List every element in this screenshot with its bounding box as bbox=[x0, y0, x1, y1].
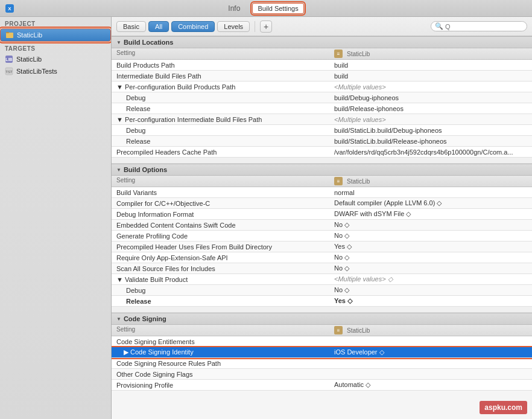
code-signing-header: ▼ Code Signing bbox=[112, 313, 532, 325]
col-value-header: ≡ StaticLib bbox=[334, 50, 527, 58]
col-setting-header: Setting bbox=[116, 50, 334, 58]
setting-name: Release bbox=[126, 105, 334, 112]
table-row: Debug Information Format DWARF with dSYM… bbox=[112, 209, 532, 220]
col-value-header-bo: ≡ StaticLib bbox=[334, 177, 527, 185]
setting-name: Precompiled Header Uses Files From Build… bbox=[116, 243, 334, 251]
setting-name: Debug Information Format bbox=[116, 211, 334, 218]
search-input[interactable] bbox=[445, 23, 523, 30]
setting-name: Precompiled Headers Cache Path bbox=[116, 149, 334, 156]
top-bar-title: Info Build Settings bbox=[228, 3, 303, 14]
collapse-triangle[interactable]: ▼ bbox=[116, 40, 121, 45]
search-box[interactable]: 🔍 bbox=[431, 21, 527, 31]
build-settings-button[interactable]: Build Settings bbox=[252, 3, 303, 14]
build-locations-col-header: Setting ≡ StaticLib bbox=[112, 48, 532, 60]
levels-button[interactable]: Levels bbox=[217, 21, 250, 32]
table-row: Embedded Content Contains Swift Code No … bbox=[112, 220, 532, 231]
staticlib-icon-bl: ≡ bbox=[334, 50, 343, 58]
test-target-icon: TST bbox=[5, 67, 13, 75]
code-signing-identity-row[interactable]: ▶ Code Signing Identity iOS Developer ◇ bbox=[112, 347, 532, 358]
setting-name: Intermediate Build Files Path bbox=[116, 72, 334, 80]
table-row: Scan All Source Files for Includes No ◇ bbox=[112, 263, 532, 274]
table-row: Debug build/StaticLib.build/Debug-iphone… bbox=[112, 125, 532, 136]
table-row: Precompiled Header Uses Files From Build… bbox=[112, 241, 532, 252]
table-row: Debug build/Debug-iphoneos bbox=[112, 92, 532, 103]
toolbar-separator bbox=[255, 21, 255, 32]
setting-name: Build Variants bbox=[116, 189, 334, 196]
code-signing-col-header: Setting ≡ StaticLib bbox=[112, 325, 532, 336]
setting-value: DWARF with dSYM File ◇ bbox=[334, 210, 527, 218]
setting-name: Debug bbox=[126, 127, 334, 134]
setting-name: Compiler for C/C++/Objective-C bbox=[116, 200, 334, 207]
collapse-triangle-bo[interactable]: ▼ bbox=[116, 167, 121, 173]
staticlib-label-bo: StaticLib bbox=[347, 178, 370, 185]
setting-value: build/StaticLib.build/Release-iphoneos bbox=[334, 138, 527, 145]
xcode-icon: X bbox=[5, 4, 14, 13]
setting-name: Code Signing Resource Rules Path bbox=[116, 360, 334, 367]
setting-name: Build Products Path bbox=[116, 62, 334, 69]
staticlib-label-cs: StaticLib bbox=[347, 327, 370, 334]
add-icon: + bbox=[264, 22, 268, 31]
setting-value: No ◇ bbox=[334, 232, 527, 240]
top-bar: X Info Build Settings bbox=[0, 0, 532, 17]
lib-target-icon: LIB bbox=[5, 55, 13, 63]
table-row: Build Variants normal bbox=[112, 187, 532, 198]
setting-value: /var/folders/rd/qq5crb3n4j592cdqrs4b6p10… bbox=[334, 149, 527, 156]
table-row: Generate Profiling Code No ◇ bbox=[112, 231, 532, 241]
table-row: Provisioning Profile Automatic ◇ bbox=[112, 380, 532, 391]
table-row: Intermediate Build Files Path build bbox=[112, 71, 532, 82]
collapse-triangle-cs[interactable]: ▼ bbox=[116, 316, 121, 322]
setting-value: <Multiple values> bbox=[334, 116, 527, 123]
setting-value: <Multiple values> bbox=[334, 83, 527, 91]
table-row: Release build/Release-iphoneos bbox=[112, 103, 532, 114]
col-setting-header-bo: Setting bbox=[116, 177, 334, 185]
main-layout: PROJECT StaticLib TARGETS LIB StaticLib bbox=[0, 17, 532, 419]
staticlib-icon-cs: ≡ bbox=[334, 326, 343, 334]
setting-value: No ◇ bbox=[334, 286, 527, 294]
setting-name: ▼ Validate Built Product bbox=[116, 276, 334, 283]
build-options-title: Build Options bbox=[124, 166, 167, 173]
setting-name: Release bbox=[126, 138, 334, 145]
setting-value: build/Debug-iphoneos bbox=[334, 94, 527, 101]
build-locations-title: Build Locations bbox=[124, 39, 174, 46]
sidebar-item-target-statictests[interactable]: TST StaticLibTests bbox=[0, 65, 111, 77]
table-row: Compiler for C/C++/Objective-C Default c… bbox=[112, 198, 532, 209]
all-button[interactable]: All bbox=[148, 21, 169, 32]
watermark: aspku.com bbox=[480, 401, 527, 414]
table-row: Build Products Path build bbox=[112, 60, 532, 71]
col-value-header-cs: ≡ StaticLib bbox=[334, 326, 527, 334]
sidebar-item-project-staticlib[interactable]: StaticLib bbox=[0, 28, 111, 42]
setting-name: Release bbox=[126, 298, 334, 305]
table-row: ▼ Per-configuration Intermediate Build F… bbox=[112, 114, 532, 125]
folder-icon bbox=[5, 31, 14, 39]
table-row: Release build/StaticLib.build/Release-ip… bbox=[112, 136, 532, 147]
staticlib-label-bl: StaticLib bbox=[347, 51, 370, 57]
build-locations-header: ▼ Build Locations bbox=[112, 36, 532, 48]
toolbar: Basic All Combined Levels + 🔍 bbox=[112, 17, 532, 36]
sidebar-item-target-staticlib[interactable]: LIB StaticLib bbox=[0, 53, 111, 65]
table-row: Code Signing Resource Rules Path bbox=[112, 358, 532, 369]
combined-button[interactable]: Combined bbox=[171, 21, 215, 32]
code-signing-title: Code Signing bbox=[124, 315, 166, 322]
svg-text:TST: TST bbox=[5, 70, 13, 74]
setting-name: Embedded Content Contains Swift Code bbox=[116, 222, 334, 229]
setting-value: No ◇ bbox=[334, 221, 527, 229]
section-spacer2 bbox=[112, 307, 532, 313]
svg-rect-2 bbox=[6, 33, 13, 38]
setting-value: build/StaticLib.build/Debug-iphoneos bbox=[334, 127, 527, 134]
setting-value: No ◇ bbox=[334, 254, 527, 261]
project-section-header: PROJECT bbox=[0, 17, 111, 28]
sidebar: PROJECT StaticLib TARGETS LIB StaticLib bbox=[0, 17, 112, 419]
setting-value: <Multiple values> ◇ bbox=[334, 275, 527, 283]
setting-name: Debug bbox=[126, 287, 334, 294]
setting-value: Yes ◇ bbox=[334, 243, 527, 251]
setting-name: Generate Profiling Code bbox=[116, 232, 334, 240]
col-setting-header-cs: Setting bbox=[116, 326, 334, 334]
setting-name: Provisioning Profile bbox=[116, 382, 334, 389]
basic-button[interactable]: Basic bbox=[116, 21, 146, 32]
setting-name: Code Signing Entitlements bbox=[116, 338, 334, 345]
target-statictests-label: StaticLibTests bbox=[16, 68, 57, 75]
table-row: Release Yes ◇ bbox=[112, 296, 532, 307]
setting-value: build bbox=[334, 72, 527, 80]
table-row: Other Code Signing Flags bbox=[112, 369, 532, 380]
add-setting-button[interactable]: + bbox=[260, 21, 272, 33]
